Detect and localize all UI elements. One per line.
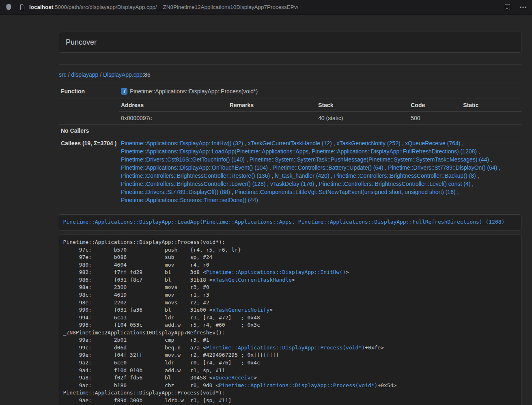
callee-link[interactable]: Pinetime::Controllers::BrightnessControl… bbox=[319, 181, 470, 187]
metrics-value-row: 0x0000097c 40 (static) 500 bbox=[119, 112, 521, 124]
breadcrumb: src / displayapp / DisplayApp.cpp:86 bbox=[59, 71, 521, 79]
address-value: 0x0000097c bbox=[119, 112, 228, 124]
callee-link[interactable]: xTaskGenericNotify (252) bbox=[336, 140, 400, 146]
url-path: :5000/path/src/displayapp/DisplayApp.cpp… bbox=[53, 4, 298, 10]
callee-link[interactable]: Pinetime::Components::LittleVgl::SetNewT… bbox=[235, 189, 456, 195]
callee-link[interactable]: Pinetime::Applications::DisplayApp::Load… bbox=[121, 148, 477, 155]
no-callers-label: No Callers bbox=[59, 124, 119, 137]
breadcrumb-separator: / bbox=[67, 71, 71, 78]
asm-symbol-link[interactable]: Pinetime::Applications::DisplayApp::Proc… bbox=[206, 345, 365, 351]
callee-link[interactable]: xQueueReceive (764) bbox=[405, 140, 460, 146]
url-text: localhost:5000/path/src/displayapp/Displ… bbox=[29, 3, 298, 11]
asm-symbol-link[interactable]: Pinetime::Applications::DisplayApp::Init… bbox=[206, 269, 346, 275]
callees-label: Callees (19, Σ=3704 ) bbox=[59, 137, 119, 206]
url-host: localhost bbox=[29, 4, 53, 10]
callees-row: Callees (19, Σ=3704 ) Pinetime::Applicat… bbox=[59, 137, 521, 206]
callee-link[interactable]: lv_task_handler (420) bbox=[275, 172, 330, 179]
breadcrumb-link[interactable]: src bbox=[59, 71, 67, 78]
callee-link[interactable]: Pinetime::Applications::DisplayApp::OnTo… bbox=[121, 164, 268, 171]
divider bbox=[59, 64, 521, 65]
metrics-row: Address Remarks Stack Code Static 0x0000… bbox=[59, 99, 521, 124]
function-name: Pinetime::Applications::DisplayApp::Proc… bbox=[130, 88, 258, 95]
address-header: Address bbox=[119, 99, 228, 112]
selected-symbol-link[interactable]: Pinetime::Applications::DisplayApp::Load… bbox=[63, 219, 505, 225]
remarks-value bbox=[228, 112, 316, 124]
code-value: 500 bbox=[409, 112, 461, 124]
stack-value: 40 (static) bbox=[316, 112, 409, 124]
callee-link[interactable]: Pinetime::Drivers::St7789::DisplayOn() (… bbox=[388, 164, 497, 171]
metrics-header-row: Address Remarks Stack Code Static bbox=[119, 99, 521, 112]
function-row: Function f Pinetime::Applications::Displ… bbox=[59, 85, 521, 99]
callee-link[interactable]: xTaskGetCurrentTaskHandle (12) bbox=[248, 140, 332, 146]
asm-symbol-link[interactable]: Pinetime::Applications::DisplayApp::Proc… bbox=[219, 382, 377, 388]
overflow-menu-icon[interactable] bbox=[519, 6, 527, 9]
static-value bbox=[461, 112, 521, 124]
no-callers-row: No Callers bbox=[59, 124, 521, 137]
code-header: Code bbox=[409, 99, 461, 112]
function-icon: f bbox=[121, 88, 127, 97]
callees-list: Pinetime::Applications::DisplayApp::Init… bbox=[121, 140, 500, 203]
callee-link[interactable]: Pinetime::Controllers::BrightnessControl… bbox=[334, 172, 476, 179]
navbar: Puncover bbox=[59, 32, 521, 53]
page-icon bbox=[19, 4, 26, 11]
callee-link[interactable]: Pinetime::Applications::Screens::Timer::… bbox=[121, 197, 258, 203]
callee-link[interactable]: Pinetime::Controllers::BrightnessControl… bbox=[121, 181, 265, 187]
brand-link[interactable]: Puncover bbox=[59, 32, 103, 52]
asm-symbol-link[interactable]: xQueueReceive bbox=[212, 375, 254, 381]
asm-symbol-link[interactable]: xTaskGenericNotify bbox=[212, 307, 269, 313]
url-bar[interactable]: localhost:5000/path/src/displayapp/Displ… bbox=[19, 3, 504, 11]
breadcrumb-separator: / bbox=[98, 71, 103, 78]
static-header: Static bbox=[461, 99, 521, 112]
page-content: Puncover src / displayapp / DisplayApp.c… bbox=[59, 32, 521, 405]
callee-link[interactable]: Pinetime::Controllers::BrightnessControl… bbox=[121, 172, 270, 179]
metrics-table: Address Remarks Stack Code Static 0x0000… bbox=[119, 99, 521, 124]
reader-view-icon[interactable] bbox=[504, 3, 511, 11]
breadcrumb-link[interactable]: DisplayApp.cpp bbox=[103, 71, 142, 78]
callee-link[interactable]: Pinetime::Drivers::Cst816S::GetTouchInfo… bbox=[121, 156, 245, 163]
asm-symbol-link[interactable]: xTaskGetCurrentTaskHandle bbox=[212, 277, 292, 283]
browser-topbar: localhost:5000/path/src/displayapp/Displ… bbox=[0, 0, 532, 15]
disassembly-pre: Pinetime::Applications::DisplayApp::Proc… bbox=[59, 235, 521, 405]
remarks-header: Remarks bbox=[228, 99, 316, 112]
selected-symbol-pre: Pinetime::Applications::DisplayApp::Load… bbox=[59, 214, 521, 231]
breadcrumb-link[interactable]: displayapp bbox=[71, 71, 98, 78]
callee-link[interactable]: Pinetime::Controllers::Battery::Update()… bbox=[273, 164, 383, 171]
function-row-label: Function bbox=[59, 85, 119, 99]
breadcrumb-line-suffix: :86 bbox=[142, 71, 150, 78]
callee-link[interactable]: Pinetime::Drivers::St7789::DisplayOff() … bbox=[121, 189, 230, 195]
stack-header: Stack bbox=[316, 99, 409, 112]
callee-link[interactable]: Pinetime::Applications::DisplayApp::Init… bbox=[121, 140, 243, 146]
shield-icon[interactable] bbox=[5, 3, 13, 11]
callee-link[interactable]: vTaskDelay (176) bbox=[270, 181, 314, 187]
callee-link[interactable]: Pinetime::System::SystemTask::PushMessag… bbox=[250, 156, 489, 163]
function-table: Function f Pinetime::Applications::Displ… bbox=[59, 85, 521, 206]
